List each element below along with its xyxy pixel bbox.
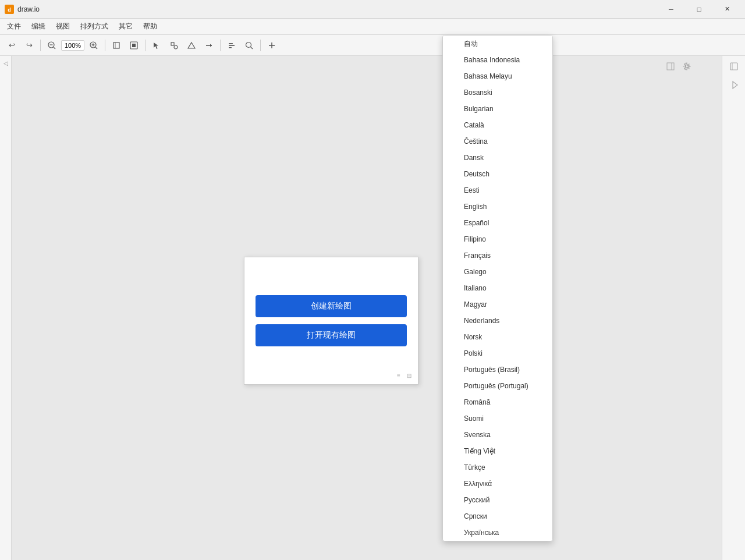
menu-file[interactable]: 文件 bbox=[2, 19, 26, 34]
lang-item[interactable]: Italiano bbox=[443, 280, 552, 296]
lang-label: 自动 bbox=[464, 39, 478, 49]
lang-label: Русский bbox=[464, 496, 490, 504]
svg-marker-18 bbox=[210, 44, 212, 47]
menu-view[interactable]: 视图 bbox=[51, 19, 74, 34]
select-icon bbox=[152, 41, 161, 49]
right-panel-btn-2[interactable] bbox=[726, 77, 742, 93]
lang-label: Italiano bbox=[464, 284, 487, 292]
lang-item[interactable]: Türkçe bbox=[443, 459, 552, 476]
fit-page-button[interactable] bbox=[108, 37, 125, 54]
lang-item[interactable]: Română bbox=[443, 394, 552, 410]
arrow-button[interactable] bbox=[201, 37, 217, 54]
lang-label: Deutsch bbox=[464, 170, 489, 178]
lang-item[interactable]: Српски bbox=[443, 508, 552, 524]
format-icon bbox=[228, 41, 236, 49]
lang-label: Eesti bbox=[464, 186, 480, 194]
toolbar-sep-5 bbox=[260, 40, 261, 51]
lang-label: Português (Brasil) bbox=[464, 366, 520, 374]
new-diagram-button[interactable]: 创建新绘图 bbox=[256, 295, 407, 317]
lang-item[interactable]: Magyar bbox=[443, 296, 552, 313]
undo-button[interactable]: ↩ bbox=[3, 37, 20, 54]
lang-label: Svenska bbox=[464, 431, 491, 439]
lang-item[interactable]: עברית bbox=[443, 541, 552, 541]
lang-item[interactable]: Ελληνικά bbox=[443, 476, 552, 492]
svg-text:d: d bbox=[8, 7, 11, 13]
svg-line-23 bbox=[251, 47, 253, 49]
svg-point-26 bbox=[686, 65, 689, 68]
lang-item[interactable]: Svenska bbox=[443, 427, 552, 443]
lang-item[interactable]: Русский bbox=[443, 492, 552, 508]
lang-item[interactable]: Bosanski bbox=[443, 84, 552, 101]
right-panel bbox=[722, 56, 745, 560]
menu-bar: 文件 编辑 视图 排列方式 其它 帮助 bbox=[0, 19, 745, 35]
svg-point-15 bbox=[174, 45, 178, 49]
toolbar-sep-2 bbox=[105, 40, 105, 51]
lang-item[interactable]: Bulgarian bbox=[443, 101, 552, 117]
search-shape-button[interactable] bbox=[241, 37, 257, 54]
toolbar-sep-3 bbox=[145, 40, 146, 51]
lang-label: Bahasa Indonesia bbox=[464, 56, 520, 64]
settings-icon[interactable] bbox=[680, 59, 694, 73]
lang-label: Bosanski bbox=[464, 88, 492, 97]
lang-item[interactable]: Dansk bbox=[443, 150, 552, 166]
lang-item[interactable]: Deutsch bbox=[443, 166, 552, 182]
panel-toggle-1[interactable] bbox=[664, 59, 677, 73]
toolbar-sep-1 bbox=[40, 40, 41, 51]
lang-label: Filipino bbox=[464, 235, 486, 243]
left-panel-collapse[interactable]: ◁ bbox=[1, 58, 10, 68]
reset-view-icon bbox=[130, 41, 138, 49]
svg-rect-19 bbox=[229, 43, 233, 44]
redo-button[interactable]: ↪ bbox=[21, 37, 37, 54]
toolbar: ↩ ↪ bbox=[0, 35, 745, 56]
lang-item[interactable]: Galego bbox=[443, 264, 552, 280]
lang-item[interactable]: Français bbox=[443, 247, 552, 264]
right-panel-btn-1[interactable] bbox=[726, 58, 742, 75]
shape-button[interactable] bbox=[166, 37, 182, 54]
zoom-input[interactable] bbox=[61, 40, 84, 51]
zoom-in-button[interactable] bbox=[86, 37, 102, 54]
lang-item[interactable]: English bbox=[443, 199, 552, 215]
format-button[interactable] bbox=[224, 37, 240, 54]
lang-item[interactable]: Українська bbox=[443, 524, 552, 541]
svg-rect-27 bbox=[667, 63, 674, 70]
select-button[interactable] bbox=[148, 37, 165, 54]
lang-item[interactable]: Bahasa Melayu bbox=[443, 68, 552, 84]
reset-view-button[interactable] bbox=[126, 37, 142, 54]
lang-label: Čeština bbox=[464, 137, 488, 146]
lang-item[interactable]: Eesti bbox=[443, 182, 552, 199]
lang-item[interactable]: Polski bbox=[443, 345, 552, 361]
lang-label: Português (Portugal) bbox=[464, 382, 528, 390]
lang-label: Suomi bbox=[464, 414, 484, 423]
lang-label: Українська bbox=[464, 529, 499, 537]
triangle-button[interactable] bbox=[183, 37, 200, 54]
svg-rect-21 bbox=[229, 47, 232, 48]
lang-item[interactable]: Tiếng Việt bbox=[443, 443, 552, 459]
menu-arrange[interactable]: 排列方式 bbox=[76, 19, 113, 34]
minimize-button[interactable]: ─ bbox=[658, 0, 684, 19]
lang-item[interactable]: Español bbox=[443, 215, 552, 231]
menu-other[interactable]: 其它 bbox=[114, 19, 137, 34]
lang-item[interactable]: Filipino bbox=[443, 231, 552, 247]
svg-line-8 bbox=[95, 47, 97, 49]
add-button[interactable] bbox=[264, 37, 280, 54]
lang-item[interactable]: Català bbox=[443, 117, 552, 133]
lang-item[interactable]: Čeština bbox=[443, 133, 552, 150]
lang-label: Català bbox=[464, 121, 484, 129]
lang-item[interactable]: Bahasa Indonesia bbox=[443, 52, 552, 68]
add-icon bbox=[268, 41, 276, 49]
menu-edit[interactable]: 编辑 bbox=[27, 19, 50, 34]
dialog-icon-2: ⊟ bbox=[405, 371, 413, 380]
maximize-button[interactable]: □ bbox=[686, 0, 712, 19]
lang-item[interactable]: 自动 bbox=[443, 36, 552, 52]
lang-item[interactable]: Português (Portugal) bbox=[443, 378, 552, 394]
open-diagram-button[interactable]: 打开现有绘图 bbox=[256, 324, 407, 346]
close-button[interactable]: ✕ bbox=[714, 0, 740, 19]
lang-item[interactable]: Norsk bbox=[443, 329, 552, 345]
lang-item[interactable]: Português (Brasil) bbox=[443, 361, 552, 378]
lang-item[interactable]: Nederlands bbox=[443, 313, 552, 329]
zoom-out-button[interactable] bbox=[44, 37, 60, 54]
menu-help[interactable]: 帮助 bbox=[139, 19, 162, 34]
svg-marker-13 bbox=[154, 42, 158, 49]
canvas-area: 创建新绘图 打开现有绘图 ≡ ⊟ bbox=[12, 56, 722, 560]
lang-item[interactable]: Suomi bbox=[443, 410, 552, 427]
